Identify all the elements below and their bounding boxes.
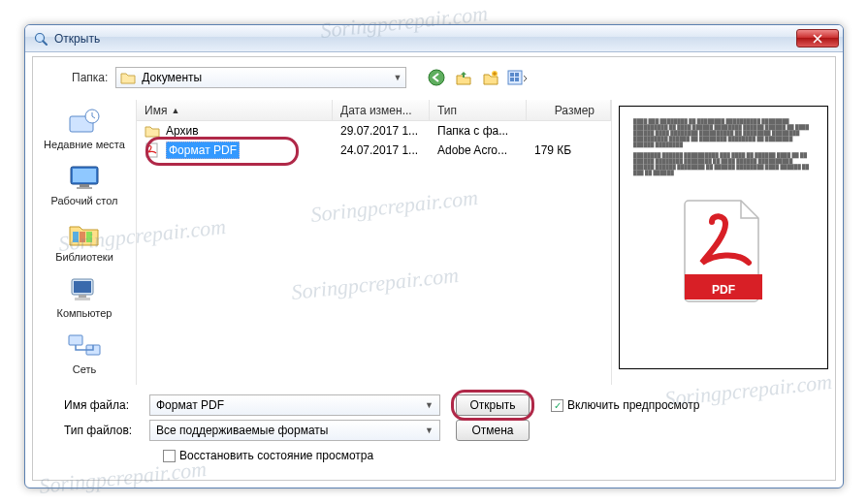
libraries-icon — [66, 218, 103, 249]
place-label: Сеть — [73, 363, 96, 375]
desktop-icon — [66, 162, 103, 193]
svg-rect-12 — [73, 169, 96, 182]
svg-rect-21 — [75, 298, 90, 300]
place-label: Недавние места — [44, 139, 125, 150]
svg-rect-16 — [80, 232, 85, 242]
folder-bar: Папка: Документы ▼ — [33, 57, 835, 94]
pdf-large-icon: PDF — [677, 197, 770, 305]
svg-rect-7 — [510, 78, 514, 81]
filetype-label: Тип файлов: — [64, 424, 142, 437]
svg-rect-13 — [80, 184, 89, 187]
main-area: Недавние места Рабочий стол Библиотеки К… — [33, 100, 835, 385]
open-dialog: Открыть Папка: Документы ▼ — [24, 24, 844, 488]
views-button[interactable] — [507, 67, 529, 88]
place-recent[interactable]: Недавние места — [41, 102, 128, 154]
folder-value: Документы — [142, 71, 202, 84]
place-desktop[interactable]: Рабочий стол — [41, 158, 128, 210]
filename-combobox[interactable]: Формат PDF ▼ — [149, 394, 440, 416]
network-icon — [66, 331, 103, 362]
up-button[interactable] — [453, 67, 474, 88]
table-row[interactable]: Архив 29.07.2017 1... Папка с фа... — [137, 121, 611, 141]
table-row[interactable]: Формат PDF 24.07.2017 1... Adobe Acro...… — [137, 141, 611, 160]
col-size[interactable]: Размер — [527, 100, 611, 120]
folder-icon — [120, 71, 136, 84]
folder-combobox[interactable]: Документы ▼ — [115, 67, 406, 88]
dialog-body: Папка: Документы ▼ Недавние места — [32, 56, 836, 481]
place-label: Рабочий стол — [50, 195, 117, 206]
back-button[interactable] — [426, 67, 447, 88]
preview-pane: ████ ███ ████████ ██ ████████ ██████████… — [612, 100, 835, 385]
checkbox-icon: ✓ — [551, 399, 563, 412]
nav-icons — [426, 67, 529, 88]
recent-icon — [66, 106, 103, 137]
svg-rect-6 — [515, 73, 519, 77]
svg-rect-17 — [86, 232, 92, 242]
folder-icon — [145, 124, 160, 138]
svg-rect-8 — [515, 78, 519, 81]
close-button[interactable] — [796, 29, 839, 47]
svg-rect-20 — [79, 295, 86, 298]
chevron-down-icon: ▼ — [425, 400, 434, 410]
checkbox-icon — [163, 450, 176, 462]
bottom-panel: Имя файла: Формат PDF ▼ Открыть ✓ Включи… — [33, 385, 835, 480]
folder-label: Папка: — [72, 71, 108, 84]
chevron-down-icon: ▼ — [393, 73, 402, 82]
place-label: Библиотеки — [55, 251, 113, 263]
svg-rect-5 — [510, 73, 514, 77]
col-date[interactable]: Дата измен... — [333, 100, 430, 120]
open-button[interactable]: Открыть — [456, 394, 530, 416]
file-list: Имя▲ Дата измен... Тип Размер Архив 29.0… — [136, 100, 612, 385]
svg-text:PDF: PDF — [712, 283, 735, 297]
filename-label: Имя файла: — [64, 398, 142, 412]
place-computer[interactable]: Компьютер — [41, 270, 128, 323]
svg-rect-24 — [146, 143, 157, 157]
column-headers: Имя▲ Дата измен... Тип Размер — [137, 100, 611, 121]
svg-point-2 — [429, 70, 444, 85]
place-label: Компьютер — [57, 307, 113, 319]
svg-rect-15 — [73, 232, 79, 242]
titlebar: Открыть — [25, 25, 843, 52]
pdf-icon — [145, 142, 160, 158]
app-icon — [33, 31, 48, 47]
svg-rect-19 — [74, 281, 91, 293]
preview-checkbox[interactable]: ✓ Включить предпросмотр — [551, 398, 699, 412]
preview-page: ████ ███ ████████ ██ ████████ ██████████… — [619, 106, 828, 369]
svg-rect-14 — [77, 187, 92, 189]
col-name[interactable]: Имя▲ — [137, 100, 333, 120]
new-folder-button[interactable] — [480, 67, 501, 88]
cancel-button[interactable]: Отмена — [456, 420, 530, 441]
svg-rect-22 — [69, 335, 82, 345]
chevron-down-icon: ▼ — [425, 425, 434, 435]
place-libraries[interactable]: Библиотеки — [41, 214, 128, 267]
restore-checkbox[interactable]: Восстановить состояние просмотра — [163, 449, 373, 462]
svg-line-1 — [43, 41, 47, 45]
window-title: Открыть — [54, 32, 796, 46]
places-bar: Недавние места Рабочий стол Библиотеки К… — [33, 100, 136, 385]
sort-asc-icon: ▲ — [171, 106, 179, 115]
filetype-combobox[interactable]: Все поддерживаемые форматы ▼ — [149, 420, 440, 441]
col-type[interactable]: Тип — [430, 100, 527, 120]
computer-icon — [66, 274, 103, 305]
place-network[interactable]: Сеть — [41, 327, 128, 379]
